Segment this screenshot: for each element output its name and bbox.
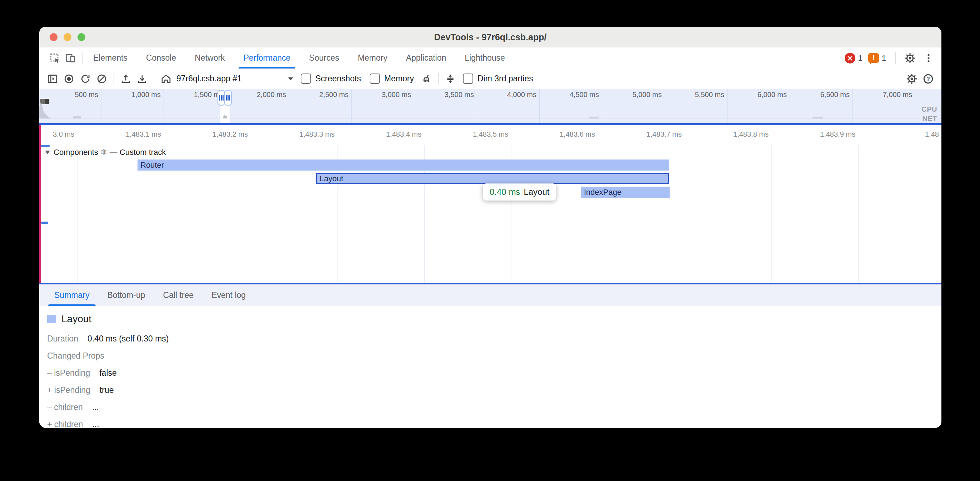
summary-row-label: – children [47,403,83,412]
overview-tick-label: 1,500 ms [166,90,223,99]
timeline-ruler[interactable]: 3.0 ms1,483.1 ms1,483.2 ms1,483.3 ms1,48… [39,125,942,145]
save-profile-button[interactable] [135,71,150,86]
overview-gridline [477,89,477,123]
devtools-window: DevTools - 97r6ql.csb.app/ ElementsConso… [39,27,942,428]
tab-sources[interactable]: Sources [307,48,340,68]
collect-garbage-button[interactable] [419,71,434,86]
drawer-tab-call-tree[interactable]: Call tree [162,284,196,306]
ruler-tick-label: 1,483.1 ms [93,130,161,138]
ruler-tick-label: 1,48 [925,130,942,138]
screenshots-checkbox[interactable] [301,73,311,84]
ruler-tick-label: 1,483.2 ms [180,130,248,138]
overview-tick-label: 2,000 ms [229,90,286,99]
flame-event-router[interactable]: Router [137,159,669,171]
device-toolbar-button[interactable] [63,50,79,66]
capture-settings-button[interactable] [904,71,919,86]
memory-checkbox[interactable] [370,73,380,84]
range-start-marker [39,125,41,284]
issue-count[interactable]: 1 [882,54,886,63]
overview-gridline [414,89,414,123]
summary-row: – isPendingfalse [47,368,942,378]
target-selector[interactable]: 97r6ql.csb.app #1 [177,74,294,84]
live-metrics-button[interactable] [159,71,173,86]
overview-tick-label: 6,500 ms [792,90,850,99]
settings-button[interactable] [902,50,918,66]
help-button[interactable]: ? [921,71,936,86]
summary-row: + isPendingtrue [47,386,942,395]
overview-tick-label: 3,000 ms [354,90,411,99]
summary-row-label: + isPending [47,386,91,395]
record-and-reload-button[interactable] [78,71,93,86]
summary-row: Changed Props [47,351,942,361]
upload-icon [120,73,131,84]
divider [900,73,900,84]
error-count[interactable]: 1 [858,54,862,63]
timeline-overview[interactable]: CPU NET 500 ms1,000 ms1,500 ms2,000 ms2,… [39,89,942,123]
svg-text:?: ? [926,76,930,82]
home-icon [161,73,172,84]
track-header[interactable]: Components ⚛ — Custom track [45,148,166,157]
collapse-arrows-icon [445,73,456,84]
flame-gridline [77,145,78,283]
drawer-tab-event-log[interactable]: Event log [210,284,247,306]
cpu-activity-detail [223,113,228,119]
flame-event-indexpage[interactable]: IndexPage [581,187,670,198]
drawer-divider [39,283,942,284]
tooltip-duration: 0.40 ms [490,187,520,197]
gear-icon [904,52,916,64]
toggle-sidebar-button[interactable] [45,71,60,86]
record-button[interactable] [61,71,76,86]
drawer-tab-bottom-up[interactable]: Bottom-up [106,284,146,306]
title-bar: DevTools - 97r6ql.csb.app/ [39,27,942,48]
scroll-indicator [41,145,49,147]
range-handle-right[interactable] [224,90,232,106]
issues-bang: ! [872,54,875,62]
overview-gridline [727,89,727,123]
dim-3rd-parties-toggle[interactable]: Dim 3rd parties [463,73,533,84]
summary-row-label: – isPending [47,368,90,378]
tab-memory[interactable]: Memory [356,48,389,68]
overview-tick-label: 2,500 ms [291,90,348,99]
track-header-label: Components ⚛ — Custom track [54,148,166,157]
more-options-button[interactable] [921,50,936,66]
overview-gridline [352,89,352,123]
issues-icon[interactable]: ! [868,53,879,63]
track-bottom-line [39,226,942,226]
overview-tick-label: 5,000 ms [605,90,662,99]
load-profile-button[interactable] [118,71,133,86]
error-count-icon[interactable] [845,53,855,63]
clear-button[interactable] [94,71,109,86]
ruler-tick-label: 1,483.7 ms [614,130,682,138]
tab-elements[interactable]: Elements [92,48,129,68]
flame-gridline [772,145,772,283]
drawer-tab-summary[interactable]: Summary [53,284,91,306]
summary-row-value: ... [92,420,99,428]
scroll-indicator [41,222,48,224]
tab-application[interactable]: Application [405,48,448,68]
cpu-activity-chart [39,102,51,119]
tooltip-event-name: Layout [523,187,549,197]
screenshots-toggle[interactable]: Screenshots [301,73,361,84]
performance-toolbar: 97r6ql.csb.app #1 Screenshots Memory [39,68,942,89]
overview-baseline [39,119,942,119]
overview-tick-label: 4,500 ms [542,90,599,99]
dim-3rd-parties-checkbox[interactable] [463,73,473,84]
flame-chart[interactable]: RouterLayoutIndexPage 0.40 ms Layout Com… [39,145,942,283]
inspect-element-button[interactable] [47,50,63,66]
reload-icon [80,73,91,84]
drawer-tab-bar: SummaryBottom-upCall treeEvent log [39,284,942,306]
flame-event-layout[interactable]: Layout [316,173,669,184]
overview-tick-label: 3,500 ms [417,90,474,99]
gear-icon [906,73,918,84]
network-activity-bump [813,117,823,119]
memory-label: Memory [384,74,414,84]
tab-console[interactable]: Console [145,48,178,68]
tab-network[interactable]: Network [193,48,226,68]
tab-lighthouse[interactable]: Lighthouse [463,48,506,68]
target-selector-value: 97r6ql.csb.app #1 [177,74,242,84]
ruler-tick-label: 3.0 ms [39,130,74,138]
collapse-tracks-button[interactable] [443,71,458,86]
tab-performance[interactable]: Performance [242,48,292,68]
memory-toggle[interactable]: Memory [370,73,414,84]
range-handle-left[interactable] [218,90,225,106]
